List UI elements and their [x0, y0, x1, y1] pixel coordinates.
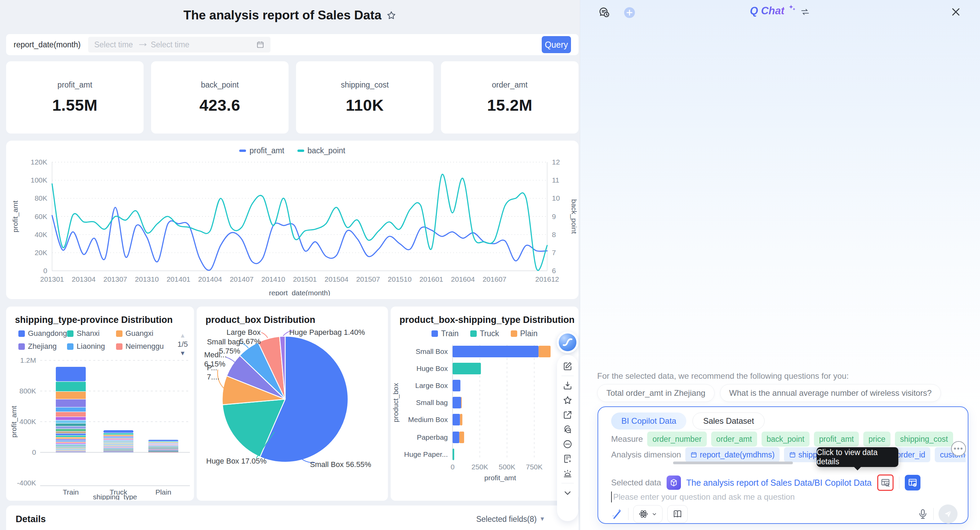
svg-text:201301: 201301 [40, 275, 64, 283]
svg-text:800K: 800K [19, 387, 36, 395]
legend-label: Plain [520, 329, 538, 338]
svg-text:201310: 201310 [135, 275, 159, 283]
svg-text:201604: 201604 [451, 275, 475, 283]
legend-swatch [116, 330, 123, 337]
svg-text:Plain: Plain [156, 488, 172, 496]
dimension-scrollbar[interactable] [673, 461, 793, 464]
suggestion-row: Total order_amt in Zhejiang What is the … [597, 384, 941, 402]
query-button[interactable]: Query [542, 36, 571, 53]
legend-label: Liaoning [76, 342, 105, 351]
dashboard-cube-icon [667, 476, 681, 490]
date-range-input[interactable]: Select time Select time [88, 37, 270, 53]
selected-fields-dropdown[interactable]: Selected fields(8) ▼ [476, 515, 545, 524]
legend-swatch [116, 343, 123, 350]
svg-text:120K: 120K [30, 158, 47, 166]
favorite-star-icon[interactable] [386, 10, 396, 21]
legend-item[interactable]: Zhejiang [18, 342, 67, 351]
svg-text:shipping_type: shipping_type [93, 493, 137, 500]
legend-item[interactable]: Truck [470, 329, 499, 338]
chevron-down-icon: ▼ [539, 516, 545, 522]
legend-item[interactable]: Train [431, 329, 459, 338]
qchat-panel: Q Chat For the selected data, we recomme… [580, 0, 980, 530]
suggestion-pill[interactable]: Total order_amt in Zhejiang [597, 384, 714, 402]
legend-swatch [67, 330, 73, 337]
svg-text:profit_amt: profit_amt [10, 405, 18, 438]
question-input[interactable]: Please enter your question and ask me a … [611, 492, 795, 503]
svg-text:201612: 201612 [535, 275, 559, 283]
download-icon[interactable] [562, 380, 573, 391]
hbar-legend: Train Truck Plain [391, 329, 579, 338]
share-icon[interactable] [562, 409, 573, 421]
close-icon[interactable] [950, 6, 963, 19]
measure-chip[interactable]: profit_amt [814, 431, 859, 447]
svg-text:201607: 201607 [482, 275, 506, 283]
line-chart[interactable]: 0620K740K860K980K10100K11120K12201301201… [6, 155, 579, 296]
legend-label: Train [441, 329, 459, 338]
range-arrow-icon [138, 42, 147, 47]
report-doc-icon[interactable] [562, 453, 573, 465]
legend-label: Guangxi [126, 329, 153, 338]
legend-item[interactable]: Neimenggu [116, 342, 165, 351]
measure-chip[interactable]: back_point [762, 431, 810, 447]
chat-toolbar [610, 505, 958, 523]
data-table-icon[interactable] [905, 475, 920, 490]
legend-item[interactable]: Guangxi [116, 329, 165, 338]
more-fields-icon[interactable]: ••• [951, 441, 966, 456]
calendar-icon [789, 451, 796, 458]
knowledge-book-button[interactable] [667, 505, 688, 523]
legend-item-back-point[interactable]: back_point [298, 146, 345, 155]
selected-data-link[interactable]: The analysis report of Sales Data/BI Cop… [686, 478, 872, 488]
svg-text:400K: 400K [19, 418, 36, 425]
measure-chip[interactable]: price [863, 431, 891, 447]
svg-text:250K: 250K [471, 463, 488, 471]
magic-wand-icon[interactable] [610, 507, 624, 521]
legend-page-up-icon[interactable]: ▲ [180, 331, 186, 340]
chart-title: shipping_type-province Distribution [6, 307, 194, 325]
legend-item[interactable]: Guangdong [18, 329, 67, 338]
swap-mode-icon[interactable] [800, 7, 810, 17]
book-icon [672, 509, 682, 519]
svg-text:Paperbag: Paperbag [417, 433, 448, 441]
legend-item-profit-amt[interactable]: profit_amt [239, 146, 284, 155]
view-data-details-icon[interactable] [877, 474, 894, 491]
svg-text:12: 12 [552, 158, 560, 166]
pie-label-paperbag: P...7.... [207, 363, 224, 382]
recommend-text: For the selected data, we recommend the … [597, 371, 849, 381]
edit-icon[interactable] [562, 360, 573, 372]
svg-text:201504: 201504 [325, 275, 348, 283]
svg-text:500K: 500K [498, 463, 515, 471]
kpi-value: 110K [346, 96, 384, 115]
svg-text:9: 9 [552, 212, 556, 220]
measure-chip[interactable]: order_amt [711, 431, 757, 447]
stacked-bar-card: shipping_type-province Distribution Guan… [6, 307, 194, 501]
dashboard-panel: The analysis report of Sales Data report… [0, 0, 580, 530]
star-icon[interactable] [562, 394, 573, 406]
model-select-button[interactable] [633, 505, 662, 523]
alert-icon[interactable] [562, 468, 573, 479]
stacked-bar-chart[interactable]: 1.2M800K400K0-400KTrainTruckPlainshippin… [6, 350, 194, 500]
sparkles-icon [788, 4, 797, 13]
measure-label: Measure [611, 434, 643, 444]
more-icon[interactable] [562, 438, 573, 450]
microphone-icon[interactable] [917, 508, 929, 520]
collapse-chevron-icon[interactable] [562, 487, 573, 499]
tab-bi-copilot-data[interactable]: BI Copilot Data [611, 412, 686, 429]
measure-chip[interactable]: order_number [647, 431, 706, 447]
details-section: Details Selected fields(8) ▼ [6, 506, 579, 530]
legend-item[interactable]: Plain [511, 329, 538, 338]
legend-item[interactable]: Shanxi [67, 329, 116, 338]
tab-sales-dataset[interactable]: Sales Dataset [692, 412, 764, 429]
svg-text:750K: 750K [526, 463, 542, 471]
suggestion-pill[interactable]: What is the annual average number of wir… [720, 384, 941, 402]
toolbar-divider [628, 508, 628, 520]
dimension-chip[interactable]: report_date(ymdhms) [685, 447, 780, 462]
svg-text:0: 0 [43, 267, 47, 275]
chat-icon[interactable] [562, 424, 573, 435]
legend-item[interactable]: Liaoning [67, 342, 116, 351]
hbar-chart[interactable]: 0250K500K750KSmall BoxHuge BoxLarge BoxS… [391, 341, 579, 484]
copilot-logo[interactable] [557, 331, 579, 353]
page-title: The analysis report of Sales Data [183, 8, 382, 22]
send-button[interactable] [939, 504, 958, 524]
stacked-bar-legend: Guangdong Shanxi Guangxi Zhejiang Liaoni… [18, 329, 165, 351]
measure-chip[interactable]: shipping_cost [895, 431, 953, 447]
